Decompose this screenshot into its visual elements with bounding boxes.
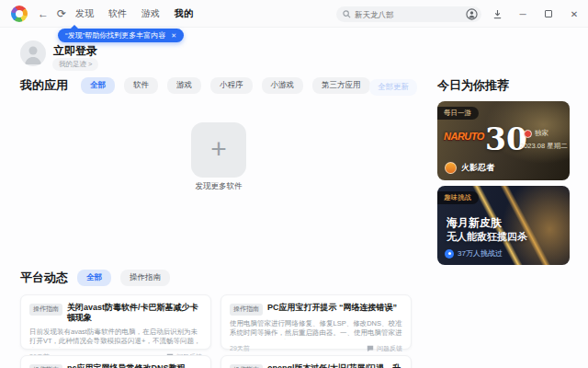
challenge-stat: 37万人挑战过 xyxy=(445,248,503,259)
download-manager-icon[interactable] xyxy=(491,7,503,20)
back-icon[interactable]: ← xyxy=(35,7,51,20)
tab-software[interactable]: 软件 xyxy=(108,7,127,20)
account-icon[interactable] xyxy=(465,7,478,20)
my-apps-header: 我的应用 全部 软件 游戏 小程序 小游戏 第三方应用 xyxy=(20,77,423,94)
news-body: 日前发现装有avast防毒软件的电脑，在启动后识别为未打开VT，此种情况会导致模… xyxy=(29,328,202,348)
close-icon[interactable]: ✕ xyxy=(568,7,581,20)
challenge-stat-label: 37万人挑战过 xyxy=(458,248,503,259)
news-tab-all[interactable]: 全部 xyxy=(77,270,111,286)
daily-date: 2023.08 星期二 xyxy=(520,142,568,151)
my-apps-title: 我的应用 xyxy=(20,77,68,94)
search-input[interactable] xyxy=(355,10,465,19)
titlebar: ← ⟳ 发现 软件 游戏 我的 ─ ✕ xyxy=(0,0,588,28)
daily-tag-icon xyxy=(524,130,532,138)
game-avatar-icon xyxy=(445,162,457,174)
news-card[interactable]: 操作指南 关闭avast防毒软件/卡巴斯基减少卡顿现象 日前发现装有avast防… xyxy=(20,294,211,350)
news-badge: 操作指南 xyxy=(230,364,263,368)
tab-discover[interactable]: 发现 xyxy=(75,7,94,20)
challenge-line1: 海月新皮肤 xyxy=(447,215,502,231)
tab-games[interactable]: 游戏 xyxy=(141,7,160,20)
search-box[interactable] xyxy=(336,6,481,22)
filter-miniprogram[interactable]: 小程序 xyxy=(210,77,253,94)
challenge-stat-icon xyxy=(445,249,454,259)
tooltip-text: “发现”帮助你找到更多丰富内容 xyxy=(65,30,165,40)
add-software-tile[interactable]: + xyxy=(191,122,246,178)
recommend-title: 今日为你推荐 xyxy=(437,77,509,94)
news-body: 使用电脑管家进行网络修复、修复LSP、修改DNS、校准系统时间等操作，然后重启路… xyxy=(230,319,402,339)
platform-news-header: 平台动态 全部 操作指南 xyxy=(20,270,170,286)
challenge-card[interactable]: 趣味挑战 海月新皮肤 无人能敌狂揽四杀 37万人挑战过 xyxy=(437,186,570,265)
daily-game-badge: 每日一游 xyxy=(437,107,479,120)
filter-software[interactable]: 软件 xyxy=(124,77,158,94)
footprint-link[interactable]: 我的足迹 > xyxy=(52,58,98,71)
news-badge: 操作指南 xyxy=(230,304,263,316)
nav-tabs: 发现 软件 游戏 我的 xyxy=(75,0,193,28)
feedback-label: 问题反馈 xyxy=(377,344,402,353)
daily-tag-label: 独家 xyxy=(535,129,548,138)
news-footer: 29天前 问题反馈 xyxy=(230,344,402,353)
challenge-line2: 无人能敌狂揽四杀 xyxy=(447,230,527,244)
news-title-text: PC应用宝打开提示 “网络连接错误” xyxy=(267,303,397,313)
daily-day-number: 30 xyxy=(485,121,527,157)
news-card[interactable]: 操作指南 opengl版本过低/太旧/花屏/闪退，升级显卡驱动… xyxy=(220,355,412,368)
titlebar-icons: ─ ✕ xyxy=(465,0,581,28)
tab-mine[interactable]: 我的 xyxy=(175,7,193,20)
news-card[interactable]: 操作指南 pc应用宝网络异常修改DNS教程 xyxy=(20,355,211,368)
discover-tooltip: “发现”帮助你找到更多丰富内容 ✕ xyxy=(58,29,184,42)
filter-all[interactable]: 全部 xyxy=(81,77,115,94)
news-card[interactable]: 操作指南 PC应用宝打开提示 “网络连接错误” 使用电脑管家进行网络修复、修复L… xyxy=(220,294,412,350)
news-badge: 操作指南 xyxy=(29,304,62,316)
news-card-title-row: 操作指南 PC应用宝打开提示 “网络连接错误” xyxy=(230,303,402,316)
naruto-logo: NARUTO xyxy=(444,131,484,142)
news-badge: 操作指南 xyxy=(29,364,62,368)
refresh-icon[interactable]: ⟳ xyxy=(53,7,70,20)
news-card-title-row: 操作指南 pc应用宝网络异常修改DNS教程 xyxy=(29,363,202,368)
filter-games[interactable]: 游戏 xyxy=(167,77,201,94)
news-tab-guide[interactable]: 操作指南 xyxy=(120,270,170,286)
platform-news-title: 平台动态 xyxy=(20,270,68,286)
daily-game-card[interactable]: 每日一游 NARUTO 30 独家 2023.08 星期二 火影忍者 xyxy=(437,101,570,180)
news-time: 29天前 xyxy=(230,344,250,353)
plus-icon: + xyxy=(210,135,227,163)
filter-thirdparty[interactable]: 第三方应用 xyxy=(312,77,370,94)
news-card-title-row: 操作指南 关闭avast防毒软件/卡巴斯基减少卡顿现象 xyxy=(29,303,202,324)
news-title-text: 关闭avast防毒软件/卡巴斯基减少卡顿现象 xyxy=(67,303,202,324)
news-title-text: pc应用宝网络异常修改DNS教程 xyxy=(67,363,186,368)
add-software-label: 发现更多软件 xyxy=(164,181,274,192)
challenge-badge: 趣味挑战 xyxy=(437,191,479,204)
avatar[interactable] xyxy=(20,40,46,66)
daily-game-name: 火影忍者 xyxy=(461,162,494,174)
filter-minigames[interactable]: 小游戏 xyxy=(262,77,304,94)
news-card-title-row: 操作指南 opengl版本过低/太旧/花屏/闪退，升级显卡驱动… xyxy=(230,363,402,368)
search-icon xyxy=(343,10,351,18)
feedback-link[interactable]: 问题反馈 xyxy=(367,344,402,353)
chat-icon xyxy=(367,345,374,352)
login-button[interactable]: 立即登录 xyxy=(53,43,97,59)
news-title-text: opengl版本过低/太旧/花屏/闪退，升级显卡驱动… xyxy=(267,363,402,368)
daily-tag: 独家 xyxy=(524,129,548,138)
update-all-button[interactable]: 全部更新 xyxy=(369,79,417,96)
app-logo-icon[interactable] xyxy=(11,6,28,22)
app-window: ← ⟳ 发现 软件 游戏 我的 ─ ✕ “发现”帮助你找到更多丰富内容 ✕ xyxy=(0,0,588,368)
tooltip-close-icon[interactable]: ✕ xyxy=(171,32,176,40)
daily-game-row: 火影忍者 xyxy=(445,162,494,174)
maximize-icon[interactable] xyxy=(542,7,555,20)
minimize-icon[interactable]: ─ xyxy=(516,7,529,20)
maximize-glyph xyxy=(545,10,552,17)
